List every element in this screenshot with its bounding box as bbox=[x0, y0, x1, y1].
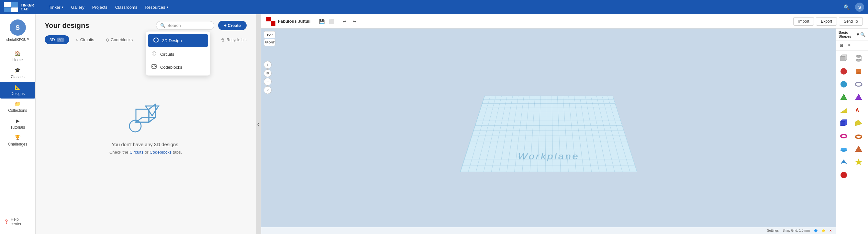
workplane-grid: Workplane bbox=[460, 96, 637, 172]
shapes-grid: A bbox=[836, 51, 868, 234]
sidebar-avatar: S bbox=[10, 20, 26, 36]
shape-cylinder-outline[interactable] bbox=[853, 52, 864, 64]
shape-pyramid-green[interactable] bbox=[838, 92, 849, 103]
shape-text-red[interactable]: A bbox=[853, 104, 864, 116]
shape-brown[interactable] bbox=[853, 143, 864, 155]
shape-wedge-gold[interactable] bbox=[853, 117, 864, 129]
create-button[interactable]: + Create bbox=[218, 21, 247, 30]
help-center-link[interactable]: ❓ Help center... bbox=[0, 214, 35, 229]
sidebar-item-tutorials[interactable]: ▶ Tutorials bbox=[0, 115, 35, 132]
shape-box-blue[interactable] bbox=[838, 117, 849, 129]
grid-view-button[interactable]: ⊞ bbox=[838, 42, 845, 49]
empty-state: You don't have any 3D designs. Check the… bbox=[45, 49, 247, 228]
copy-button[interactable]: ⬜ bbox=[327, 17, 336, 26]
redo-button[interactable]: ↪ bbox=[350, 17, 359, 26]
dropdown-item-circuits[interactable]: Circuits bbox=[146, 48, 210, 60]
list-view-button[interactable]: ≡ bbox=[846, 42, 853, 49]
toolbar-separator bbox=[338, 18, 338, 25]
empty-text-main: You don't have any 3D designs. bbox=[112, 141, 180, 147]
tutorials-icon: ▶ bbox=[16, 118, 20, 124]
dropdown-arrow[interactable]: ▾ bbox=[857, 32, 859, 37]
nav-resources[interactable]: Resources ▾ bbox=[142, 3, 171, 12]
svg-point-40 bbox=[841, 134, 847, 138]
snap-grid-label: Snap Grid: 1.0 mm bbox=[782, 229, 810, 232]
svg-marker-3 bbox=[146, 106, 159, 116]
import-button[interactable]: Import bbox=[793, 17, 814, 26]
shape-torus-pink[interactable] bbox=[838, 130, 849, 142]
brand-name: TINKER CAD bbox=[21, 3, 34, 11]
shape-plane-blue[interactable] bbox=[838, 156, 849, 168]
circuits-icon: ○ bbox=[76, 37, 79, 42]
send-to-button[interactable]: Send To bbox=[839, 17, 863, 26]
nav-projects[interactable]: Projects bbox=[89, 3, 111, 12]
shapes-toolbar: ⊞ ≡ bbox=[836, 41, 868, 51]
shape-red2[interactable] bbox=[838, 169, 849, 181]
cad-logo bbox=[266, 17, 275, 26]
sidebar-item-home[interactable]: 🏠 Home bbox=[0, 48, 35, 65]
sidebar-item-classes[interactable]: 🎓 Classes bbox=[0, 65, 35, 82]
left-panel: S shefaliKFGUP 🏠 Home 🎓 Classes 📐 Design… bbox=[0, 14, 256, 234]
circuits-link[interactable]: Circuits bbox=[129, 150, 143, 155]
save-button[interactable]: 💾 bbox=[317, 17, 326, 26]
svg-point-32 bbox=[856, 82, 862, 86]
main-area: S shefaliKFGUP 🏠 Home 🎓 Classes 📐 Design… bbox=[0, 14, 868, 234]
export-button[interactable]: Export bbox=[816, 17, 837, 26]
shapes-panel-header: Basic Shapes ▾ 🔍 bbox=[836, 28, 868, 41]
shape-wedge-yellow[interactable] bbox=[838, 104, 849, 116]
circuit-icon bbox=[151, 51, 157, 58]
shape-cylinder-orange[interactable] bbox=[853, 66, 864, 77]
workplane: Workplane bbox=[261, 28, 836, 227]
nav-gallery[interactable]: Gallery bbox=[68, 3, 88, 12]
shapes-search-button[interactable]: 🔍 bbox=[860, 32, 865, 37]
top-navigation: TINKER CAD Tinker ▾ Gallery Projects Cla… bbox=[0, 0, 868, 14]
header-right: 🔍 + Create bbox=[156, 21, 247, 30]
recycle-bin-link[interactable]: 🗑 Recycle bin bbox=[221, 37, 247, 42]
sidebar-item-challenges[interactable]: 🏆 Challenges bbox=[0, 132, 35, 149]
svg-point-46 bbox=[840, 172, 847, 178]
codeblocks-link[interactable]: Codeblocks bbox=[150, 150, 172, 155]
editor-main: TOP FRONT + ⊡ − ↺ Workplane Settings bbox=[261, 28, 868, 234]
nav-tinker[interactable]: Tinker ▾ bbox=[45, 3, 67, 12]
svg-point-31 bbox=[840, 81, 847, 87]
shape-pyramid-purple[interactable] bbox=[853, 92, 864, 103]
dropdown-item-codeblocks[interactable]: Codeblocks bbox=[146, 60, 210, 74]
shape-circle-blue[interactable] bbox=[838, 143, 849, 155]
chevron-down-icon: ▾ bbox=[62, 5, 63, 9]
search-icon[interactable]: 🔍 bbox=[842, 3, 851, 12]
challenges-icon: 🏆 bbox=[14, 135, 21, 141]
chevron-down-icon: ▾ bbox=[167, 5, 168, 9]
panel-collapse-handle[interactable]: ❮ bbox=[256, 14, 261, 234]
tab-circuits[interactable]: ○ Circuits bbox=[71, 35, 99, 44]
shape-box-gray[interactable] bbox=[838, 52, 849, 64]
trash-icon: 🗑 bbox=[221, 37, 225, 42]
shape-sphere-blue[interactable] bbox=[838, 78, 849, 90]
tab-codeblocks[interactable]: ◇ Codeblocks bbox=[101, 35, 137, 44]
svg-rect-8 bbox=[153, 52, 155, 55]
editor-viewport[interactable]: TOP FRONT + ⊡ − ↺ Workplane Settings bbox=[261, 28, 836, 234]
sidebar-item-designs[interactable]: 📐 Designs bbox=[0, 82, 35, 99]
logo-icon bbox=[4, 2, 18, 12]
settings-label: Settings bbox=[767, 229, 779, 232]
designs-icon: 📐 bbox=[14, 84, 21, 90]
dropdown-item-3d-design[interactable]: 3D Design bbox=[148, 34, 208, 47]
sidebar-item-collections[interactable]: 📁 Collections bbox=[0, 99, 35, 115]
help-icon: ❓ bbox=[4, 219, 9, 224]
nav-classrooms[interactable]: Classrooms bbox=[112, 3, 141, 12]
collections-icon: 📁 bbox=[14, 101, 21, 107]
user-avatar[interactable]: S bbox=[855, 3, 864, 12]
shape-star-yellow[interactable] bbox=[853, 156, 864, 168]
cube-icon bbox=[153, 37, 159, 44]
shape-sphere-red[interactable] bbox=[838, 66, 849, 77]
undo-button[interactable]: ↩ bbox=[340, 17, 349, 26]
shape-torus-gray[interactable] bbox=[853, 78, 864, 90]
search-input[interactable] bbox=[167, 23, 210, 28]
code-icon bbox=[151, 63, 157, 71]
shape-torus-orange[interactable] bbox=[853, 130, 864, 142]
tab-3d[interactable]: 3D 39 bbox=[45, 35, 69, 44]
svg-point-4 bbox=[129, 120, 141, 132]
star-icon: ⭐ bbox=[822, 229, 825, 232]
codeblocks-icon: ◇ bbox=[106, 37, 109, 42]
search-bar[interactable]: 🔍 bbox=[156, 21, 214, 30]
editor-design-title: Fabulous Juttuli bbox=[278, 19, 310, 24]
brand-logo[interactable]: TINKER CAD bbox=[4, 2, 34, 12]
